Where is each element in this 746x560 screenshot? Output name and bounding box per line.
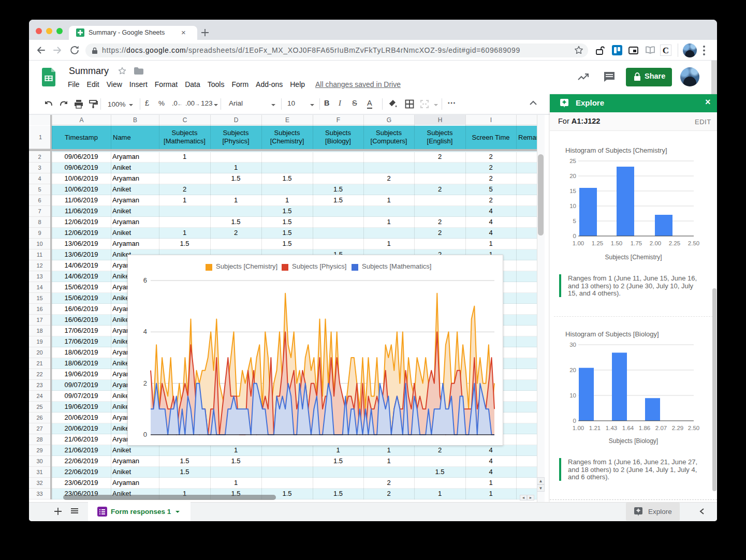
svg-text:1.75: 1.75 (631, 240, 642, 246)
svg-text:2.07: 2.07 (655, 425, 667, 431)
svg-text:1.50: 1.50 (611, 240, 622, 246)
svg-text:2.25: 2.25 (669, 240, 680, 246)
svg-text:1.43: 1.43 (606, 425, 617, 431)
svg-text:25: 25 (569, 158, 576, 164)
svg-text:2.00: 2.00 (650, 240, 661, 246)
svg-text:1.64: 1.64 (622, 425, 634, 431)
svg-text:15: 15 (569, 188, 576, 194)
svg-text:1.25: 1.25 (592, 240, 603, 246)
svg-text:2.50: 2.50 (688, 240, 699, 246)
svg-text:20: 20 (569, 173, 576, 179)
svg-text:5: 5 (573, 218, 576, 224)
svg-text:20: 20 (569, 367, 576, 373)
svg-text:2.50: 2.50 (688, 425, 699, 431)
svg-text:0: 0 (573, 233, 576, 239)
svg-text:1.00: 1.00 (573, 240, 584, 246)
svg-text:10: 10 (569, 203, 576, 209)
svg-text:1.86: 1.86 (639, 425, 650, 431)
svg-text:0: 0 (573, 418, 576, 424)
svg-text:1.21: 1.21 (589, 425, 601, 431)
svg-text:2.29: 2.29 (672, 425, 683, 431)
svg-text:1.00: 1.00 (573, 425, 584, 431)
svg-text:30: 30 (569, 342, 576, 348)
svg-text:10: 10 (569, 392, 576, 399)
